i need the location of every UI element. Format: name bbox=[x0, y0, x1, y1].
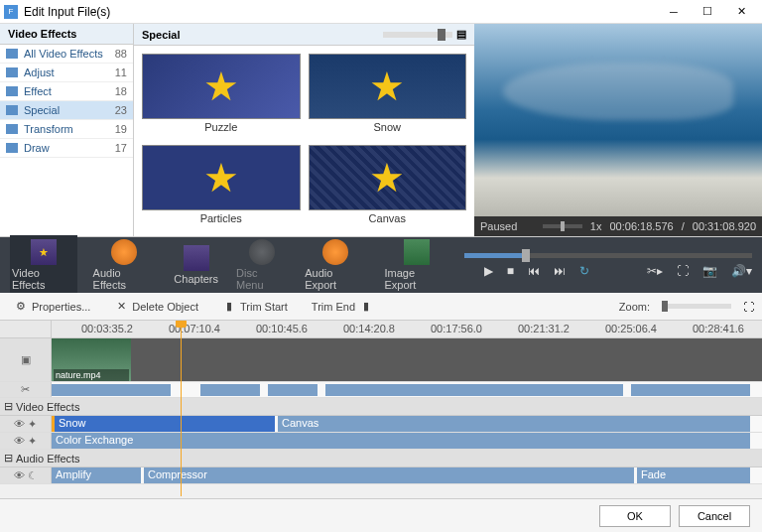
collapse-icon: ⊟ bbox=[4, 452, 13, 465]
footer: OK Cancel bbox=[0, 498, 762, 532]
sidebar-header: Video Effects bbox=[0, 24, 133, 45]
tool-audio-export[interactable]: Audio Export bbox=[303, 235, 368, 295]
fx-tile-puzzle[interactable]: ★Puzzle bbox=[142, 54, 301, 137]
titlebar: F Edit Input File(s) ─ ☐ ✕ bbox=[0, 0, 762, 24]
timeline: 00:03:35.2 00:07:10.4 00:10:45.6 00:14:2… bbox=[0, 321, 762, 498]
time-current: 00:06:18.576 bbox=[609, 220, 673, 232]
folder-icon bbox=[6, 124, 18, 134]
sidebar-item-transform[interactable]: Transform19 bbox=[0, 120, 133, 139]
tool-audio-effects[interactable]: Audio Effects bbox=[91, 235, 159, 295]
scissors-icon: ✂ bbox=[21, 383, 30, 396]
trim-end-button[interactable]: Trim End▮ bbox=[306, 298, 379, 316]
effects-sidebar: Video Effects All Video Effects88 Adjust… bbox=[0, 24, 134, 236]
video-effects-group[interactable]: ⊟Video Effects bbox=[0, 398, 762, 416]
prev-button[interactable]: ⏮ bbox=[528, 264, 540, 278]
fx-clip-amplify[interactable]: Amplify bbox=[52, 467, 141, 483]
delete-icon: ✕ bbox=[114, 300, 128, 314]
audio-icon: ☾ bbox=[28, 469, 38, 482]
play-button[interactable]: ▶ bbox=[484, 264, 493, 278]
seek-slider[interactable] bbox=[464, 253, 752, 258]
volume-button[interactable]: 🔊▾ bbox=[731, 264, 752, 278]
star-icon: ✦ bbox=[28, 435, 37, 448]
next-button[interactable]: ⏭ bbox=[554, 264, 566, 278]
fx-clip-compressor[interactable]: Compressor bbox=[144, 467, 634, 483]
fx-clip-snow[interactable]: Snow bbox=[52, 416, 275, 432]
fx-tile-canvas[interactable]: ★Canvas bbox=[309, 145, 467, 228]
minimize-button[interactable]: ─ bbox=[657, 1, 691, 23]
maximize-button[interactable]: ☐ bbox=[691, 1, 724, 23]
video-track: ▣ nature.mp4 bbox=[0, 338, 762, 382]
trim-start-button[interactable]: ▮Trim Start bbox=[216, 298, 294, 316]
eye-icon[interactable]: 👁 bbox=[14, 469, 25, 481]
time-total: 00:31:08.920 bbox=[693, 220, 756, 232]
star-icon: ★ bbox=[369, 155, 405, 200]
tool-video-effects[interactable]: ★Video Effects bbox=[10, 235, 77, 295]
sidebar-item-effect[interactable]: Effect18 bbox=[0, 82, 133, 101]
eye-icon[interactable]: 👁 bbox=[14, 435, 25, 447]
fx-tile-particles[interactable]: ★Particles bbox=[142, 145, 301, 228]
trim-start-icon: ▮ bbox=[222, 300, 236, 314]
segment[interactable] bbox=[631, 384, 750, 396]
zoom-slider[interactable] bbox=[662, 304, 731, 309]
sidebar-item-special[interactable]: Special23 bbox=[0, 101, 133, 120]
preview-image bbox=[474, 24, 762, 216]
snapshot-button[interactable]: 📷 bbox=[702, 264, 717, 278]
cut-track: ✂ bbox=[0, 382, 762, 398]
app-icon: F bbox=[4, 5, 18, 19]
effects-panel: Special ▤ ★Puzzle ★Snow ★Particles ★Canv… bbox=[134, 24, 474, 236]
eye-icon[interactable]: 👁 bbox=[14, 418, 25, 430]
folder-icon bbox=[6, 67, 18, 77]
thumb-size-slider[interactable] bbox=[383, 32, 452, 38]
star-icon: ✦ bbox=[28, 418, 37, 431]
properties-button[interactable]: ⚙Properties... bbox=[8, 298, 96, 316]
main-toolbar: ★Video Effects Audio Effects Chapters Di… bbox=[0, 237, 762, 293]
sidebar-item-adjust[interactable]: Adjust11 bbox=[0, 64, 133, 82]
film-icon: ▣ bbox=[21, 353, 31, 366]
folder-icon bbox=[6, 86, 18, 96]
tool-disc-menu[interactable]: Disc Menu bbox=[234, 235, 289, 295]
folder-icon bbox=[6, 143, 18, 153]
folder-icon bbox=[6, 49, 18, 59]
audio-export-icon bbox=[322, 239, 348, 265]
loop-button[interactable]: ↻ bbox=[579, 264, 589, 278]
collapse-icon: ⊟ bbox=[4, 400, 13, 413]
list-view-icon[interactable]: ▤ bbox=[456, 28, 466, 41]
gear-icon: ⚙ bbox=[14, 300, 28, 314]
tool-chapters[interactable]: Chapters bbox=[172, 241, 220, 289]
audio-effects-group[interactable]: ⊟Audio Effects bbox=[0, 450, 762, 467]
cut-button[interactable]: ✂▸ bbox=[647, 264, 663, 278]
playback-status: Paused bbox=[480, 220, 517, 232]
close-button[interactable]: ✕ bbox=[724, 1, 758, 23]
ok-button[interactable]: OK bbox=[599, 505, 671, 527]
time-ruler[interactable]: 00:03:35.2 00:07:10.4 00:10:45.6 00:14:2… bbox=[52, 321, 762, 337]
playhead[interactable] bbox=[181, 321, 182, 496]
fx-clip-color[interactable]: Color Exchange bbox=[52, 433, 750, 449]
speed-slider[interactable] bbox=[543, 224, 582, 228]
speaker-icon bbox=[111, 239, 137, 265]
star-icon: ★ bbox=[203, 64, 239, 109]
stop-button[interactable]: ■ bbox=[507, 264, 514, 278]
fullscreen-button[interactable]: ⛶ bbox=[677, 264, 689, 278]
segment[interactable] bbox=[325, 384, 623, 396]
zoom-label: Zoom: bbox=[619, 301, 650, 313]
video-clip[interactable]: nature.mp4 bbox=[52, 338, 131, 381]
segment[interactable] bbox=[200, 384, 260, 396]
fx-clip-fade[interactable]: Fade bbox=[637, 467, 750, 483]
chapters-icon bbox=[184, 245, 209, 271]
fx-clip-canvas[interactable]: Canvas bbox=[278, 416, 750, 432]
playback-speed: 1x bbox=[590, 220, 602, 232]
tool-image-export[interactable]: Image Export bbox=[382, 235, 450, 295]
fx-panel-header: Special bbox=[142, 29, 383, 41]
star-icon: ★ bbox=[369, 64, 405, 109]
segment[interactable] bbox=[268, 384, 318, 396]
trim-end-icon: ▮ bbox=[359, 300, 373, 314]
delete-button[interactable]: ✕Delete Object bbox=[108, 298, 204, 316]
cancel-button[interactable]: Cancel bbox=[679, 505, 750, 527]
fx-tile-snow[interactable]: ★Snow bbox=[309, 54, 467, 137]
sidebar-item-all[interactable]: All Video Effects88 bbox=[0, 45, 133, 64]
segment[interactable] bbox=[52, 384, 171, 396]
edit-toolbar: ⚙Properties... ✕Delete Object ▮Trim Star… bbox=[0, 293, 762, 321]
zoom-fit-button[interactable]: ⛶ bbox=[743, 301, 754, 313]
sidebar-item-draw[interactable]: Draw17 bbox=[0, 139, 133, 158]
window-title: Edit Input File(s) bbox=[24, 5, 657, 19]
